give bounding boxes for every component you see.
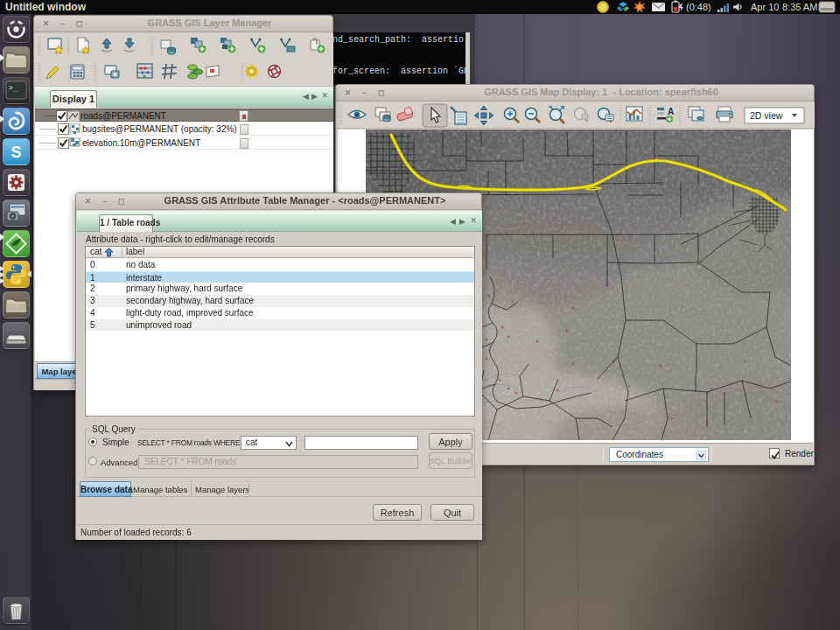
svg-text:>_: >_: [9, 84, 18, 92]
svg-text:8:35 AM: 8:35 AM: [782, 2, 817, 12]
svg-text:(0:48): (0:48): [686, 2, 711, 12]
svg-text:S: S: [10, 144, 21, 161]
svg-text:Apr 10: Apr 10: [751, 2, 779, 12]
svg-text:A: A: [668, 107, 674, 116]
svg-text:2D view: 2D view: [750, 110, 783, 121]
